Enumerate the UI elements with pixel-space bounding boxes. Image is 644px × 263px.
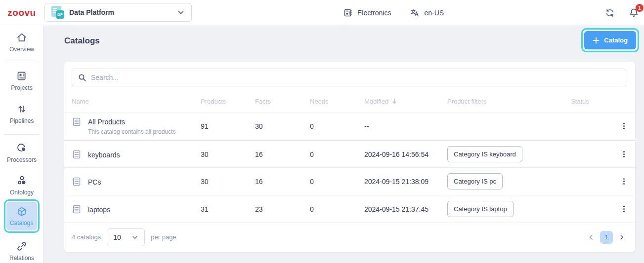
sidebar-item-pipelines[interactable]: Pipelines	[0, 103, 43, 124]
page-size-value: 10	[113, 233, 121, 241]
cell-needs: 0	[310, 122, 364, 130]
sidebar: Overview Projects Pipelines	[0, 25, 43, 263]
workspace-selector[interactable]: Electronics	[343, 8, 391, 18]
column-header-name[interactable]: Name	[72, 98, 201, 105]
page-size-select[interactable]: 10	[107, 228, 145, 246]
ontology-icon	[16, 175, 28, 187]
table-header: Name Products Facts Needs Modified Produ…	[64, 90, 635, 112]
column-header-product-filters[interactable]: Product filters	[447, 98, 571, 105]
cell-needs: 0	[310, 178, 364, 186]
catalog-count: 4 catalogs	[72, 233, 101, 241]
topbar: zoovu DP Data Platform Electronics	[0, 0, 644, 25]
table-row-all-products[interactable]: All Products This catalog contains all p…	[64, 112, 635, 140]
catalog-doc-icon	[72, 177, 82, 187]
pagination: 1	[588, 231, 625, 244]
column-header-needs[interactable]: Needs	[310, 98, 364, 105]
sidebar-item-projects[interactable]: Projects	[0, 70, 43, 91]
table-row-pcs[interactable]: PCs 30 16 0 2024-09-15 21:38:09 Category…	[64, 167, 635, 195]
row-menu-button[interactable]	[618, 120, 631, 133]
filter-chip: Category IS laptop	[447, 201, 514, 217]
sidebar-divider	[4, 63, 39, 63]
search-input[interactable]	[91, 74, 620, 81]
sort-desc-icon	[391, 98, 397, 105]
workspace-name: Electronics	[357, 9, 391, 17]
column-header-modified[interactable]: Modified	[364, 98, 447, 105]
catalog-doc-icon	[72, 150, 82, 159]
translate-icon	[410, 8, 420, 18]
locale-selector[interactable]: en-US	[410, 8, 444, 18]
cell-modified: 2024-09-15 21:38:09	[364, 178, 447, 186]
catalog-name: All Products	[88, 117, 175, 126]
search-bar	[72, 69, 626, 86]
processors-icon	[16, 142, 28, 154]
prev-page-button[interactable]	[588, 234, 595, 241]
annotation-highlight-catalogs: Catalogs	[4, 199, 40, 233]
locale-code: en-US	[424, 9, 444, 17]
app-switcher-dropdown[interactable]: DP Data Platform	[44, 3, 192, 22]
catalog-doc-icon	[72, 204, 82, 214]
sidebar-item-catalogs[interactable]: Catalogs	[6, 202, 37, 230]
current-page[interactable]: 1	[600, 231, 613, 244]
plus-icon	[593, 37, 600, 44]
sidebar-item-overview[interactable]: Overview	[0, 32, 43, 53]
cell-product-filters: Category IS laptop	[447, 201, 571, 217]
catalog-doc-icon	[72, 117, 82, 127]
link-icon	[16, 240, 28, 252]
cell-facts: 23	[255, 205, 310, 213]
cell-modified: --	[364, 122, 447, 130]
refresh-button[interactable]	[605, 8, 615, 18]
page-title: Catalogs	[64, 36, 100, 46]
cell-products: 91	[201, 122, 255, 130]
chip-icon	[343, 8, 353, 18]
chevron-down-icon	[177, 8, 185, 16]
cell-product-filters: Category IS pc	[447, 173, 571, 189]
per-page-label: per page	[151, 233, 176, 241]
cell-products: 30	[201, 178, 255, 186]
sidebar-item-processors[interactable]: Processors	[0, 142, 43, 163]
cell-modified: 2024-09-16 14:56:54	[364, 150, 447, 158]
sidebar-divider	[4, 134, 39, 135]
table-row-laptops[interactable]: laptops 31 23 0 2024-09-15 21:37:45 Cate…	[64, 195, 635, 223]
column-header-facts[interactable]: Facts	[255, 98, 310, 105]
catalog-name: laptops	[88, 205, 110, 214]
filter-chip: Category IS pc	[447, 173, 503, 189]
column-header-products[interactable]: Products	[201, 98, 255, 105]
catalog-description: This catalog contains all products	[88, 128, 175, 135]
annotation-highlight-add-catalog: Catalog	[581, 28, 639, 52]
projects-icon	[16, 70, 28, 82]
row-menu-button[interactable]	[618, 175, 631, 188]
add-catalog-button[interactable]: Catalog	[584, 31, 636, 49]
cell-facts: 30	[255, 122, 310, 130]
row-menu-button[interactable]	[618, 148, 631, 161]
search-icon	[78, 74, 86, 82]
cell-facts: 16	[255, 178, 310, 186]
cube-icon	[16, 206, 28, 218]
table-row-keyboards[interactable]: keyboards 30 16 0 2024-09-16 14:56:54 Ca…	[64, 140, 635, 167]
cell-modified: 2024-09-15 21:37:45	[364, 205, 447, 213]
notification-badge: 1	[636, 4, 644, 12]
main-content: Catalogs Catalog Name Products Facts	[43, 25, 644, 263]
catalog-name: PCs	[88, 177, 101, 186]
add-catalog-label: Catalog	[604, 37, 628, 44]
app-switcher-label: Data Platform	[69, 8, 114, 16]
table-footer: 4 catalogs 10 per page 1	[64, 223, 635, 251]
zoovu-logo: zoovu	[0, 0, 43, 25]
catalogs-card: Name Products Facts Needs Modified Produ…	[64, 62, 635, 252]
filter-chip: Category IS keyboard	[447, 146, 522, 162]
next-page-button[interactable]	[618, 234, 625, 241]
cell-facts: 16	[255, 150, 310, 158]
cell-products: 30	[201, 150, 255, 158]
chevron-down-icon	[131, 234, 138, 241]
column-header-status[interactable]: Status	[571, 98, 613, 105]
cell-needs: 0	[310, 150, 364, 158]
cell-product-filters: Category IS keyboard	[447, 146, 571, 162]
sidebar-item-ontology[interactable]: Ontology	[0, 175, 43, 196]
catalog-name: keyboards	[88, 150, 120, 159]
row-menu-button[interactable]	[618, 203, 631, 216]
pipelines-icon	[16, 103, 28, 115]
cell-products: 31	[201, 205, 255, 213]
cell-needs: 0	[310, 205, 364, 213]
data-platform-icon: DP	[51, 6, 64, 19]
sidebar-item-relations[interactable]: Relations	[0, 240, 43, 262]
home-icon	[16, 32, 28, 43]
